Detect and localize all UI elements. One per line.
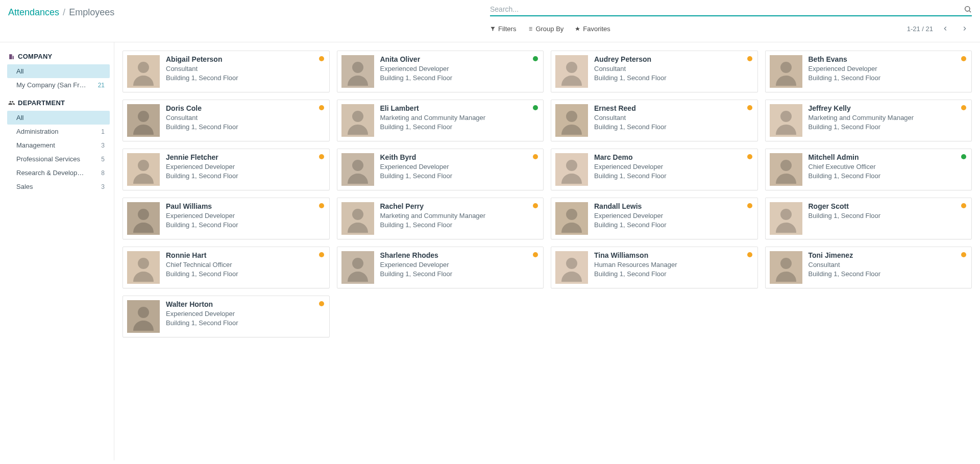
employee-card[interactable]: Tina WilliamsonHuman Resources ManagerBu… [551,247,758,288]
employee-card[interactable]: Jennie FletcherExperienced DeveloperBuil… [122,149,330,190]
employee-card[interactable]: Randall LewisExperienced DeveloperBuildi… [551,198,758,239]
sidebar-item[interactable]: Management3 [7,138,110,152]
employee-role: Experienced Developer [166,212,324,219]
groupby-button[interactable]: Group By [527,25,564,33]
employee-name: Tina Williamson [594,251,752,259]
pager-prev[interactable] [938,21,952,36]
avatar [127,251,160,284]
employee-card[interactable]: Eli LambertMarketing and Community Manag… [337,100,544,141]
filters-label: Filters [498,25,516,33]
svg-point-33 [138,209,149,220]
svg-point-25 [138,160,149,171]
svg-point-19 [352,111,363,122]
employee-card[interactable]: Beth EvansExperienced DeveloperBuilding … [765,51,972,92]
sidebar-item-label: All [16,67,23,75]
employee-card[interactable]: Abigail PetersonConsultantBuilding 1, Se… [122,51,330,92]
employee-card[interactable]: Jeffrey KellyMarketing and Community Man… [765,100,972,141]
status-indicator [319,203,324,208]
status-indicator [961,203,966,208]
breadcrumb-root[interactable]: Attendances [8,7,59,17]
employee-card[interactable]: Mitchell AdminChief Executive OfficerBui… [765,149,972,190]
svg-point-17 [138,111,149,122]
employee-location: Building 1, Second Floor [808,74,967,82]
pager-next[interactable] [958,21,972,36]
employee-location: Building 1, Second Floor [380,74,538,82]
avatar [770,104,802,137]
avatar [341,202,374,235]
sidebar-item-count: 3 [101,183,105,190]
search-icon[interactable] [964,5,972,13]
employee-card[interactable]: Toni JimenezConsultantBuilding 1, Second… [765,247,972,288]
avatar [127,153,160,186]
search-input[interactable] [490,5,964,13]
employee-name: Beth Evans [808,55,967,63]
employee-name: Jeffrey Kelly [808,104,967,112]
department-list: AllAdministration1Management3Professiona… [7,111,114,193]
employee-card[interactable]: Rachel PerryMarketing and Community Mana… [337,198,544,239]
pager-text: 1-21 / 21 [907,25,933,33]
groupby-label: Group By [535,25,564,33]
employee-name: Roger Scott [808,202,967,210]
employee-name: Sharlene Rhodes [380,251,538,259]
svg-point-41 [138,258,149,269]
employee-role: Experienced Developer [166,310,324,318]
status-indicator [533,203,538,208]
employee-card[interactable]: Ernest ReedConsultantBuilding 1, Second … [551,100,758,141]
employee-card[interactable]: Ronnie HartChief Technical OfficerBuildi… [122,247,330,288]
employee-card[interactable]: Anita OliverExperienced DeveloperBuildin… [337,51,544,92]
card-body: Tina WilliamsonHuman Resources ManagerBu… [594,251,752,278]
employee-location: Building 1, Second Floor [808,212,967,219]
sidebar: COMPANY AllMy Company (San Franci...21 D… [0,42,114,460]
avatar [127,104,160,137]
svg-point-23 [780,111,792,122]
employee-card[interactable]: Roger ScottBuilding 1, Second Floor [765,198,972,239]
status-indicator [319,252,324,257]
svg-point-21 [566,111,577,122]
status-indicator [747,105,752,110]
sidebar-item-count: 3 [101,142,105,149]
employee-location: Building 1, Second Floor [594,270,752,278]
sidebar-item-count: 8 [101,169,105,177]
sidebar-item[interactable]: Research & Development8 [7,166,110,180]
svg-point-43 [352,258,363,269]
employee-name: Marc Demo [594,153,752,161]
employee-role: Consultant [166,114,324,121]
chevron-right-icon [961,25,968,32]
building-icon [8,53,15,60]
employee-card[interactable]: Sharlene RhodesExperienced DeveloperBuil… [337,247,544,288]
status-indicator [961,105,966,110]
employee-card[interactable]: Marc DemoExperienced DeveloperBuilding 1… [551,149,758,190]
sidebar-item[interactable]: Administration1 [7,125,110,138]
employee-location: Building 1, Second Floor [380,221,538,229]
search-area: Filters Group By Favorites 1-21 / 21 [490,4,972,42]
svg-point-49 [138,307,149,318]
sidebar-item[interactable]: My Company (San Franci...21 [7,78,110,92]
filters-button[interactable]: Filters [490,25,516,33]
sidebar-item[interactable]: All [7,111,110,125]
employee-card[interactable]: Paul WilliamsExperienced DeveloperBuildi… [122,198,330,239]
favorites-button[interactable]: Favorites [575,25,610,33]
employee-card[interactable]: Audrey PetersonConsultantBuilding 1, Sec… [551,51,758,92]
employee-name: Jennie Fletcher [166,153,324,161]
sidebar-item[interactable]: Sales3 [7,180,110,193]
avatar [127,300,160,333]
employee-role: Marketing and Community Manager [380,212,538,219]
card-body: Ernest ReedConsultantBuilding 1, Second … [594,104,752,131]
avatar [341,251,374,284]
status-indicator [961,56,966,61]
employee-location: Building 1, Second Floor [594,172,752,180]
employee-card[interactable]: Walter HortonExperienced DeveloperBuildi… [122,296,330,337]
sidebar-item[interactable]: Professional Services5 [7,152,110,166]
svg-point-31 [780,160,792,171]
card-body: Anita OliverExperienced DeveloperBuildin… [380,55,538,82]
status-indicator [319,105,324,110]
breadcrumb-current: Employees [69,7,114,17]
employee-card[interactable]: Keith ByrdExperienced DeveloperBuilding … [337,149,544,190]
svg-point-47 [780,258,792,269]
status-indicator [747,252,752,257]
svg-point-39 [780,209,792,220]
sidebar-item[interactable]: All [7,64,110,78]
employee-card[interactable]: Doris ColeConsultantBuilding 1, Second F… [122,100,330,141]
sidebar-item-label: All [16,114,23,121]
avatar [341,153,374,186]
